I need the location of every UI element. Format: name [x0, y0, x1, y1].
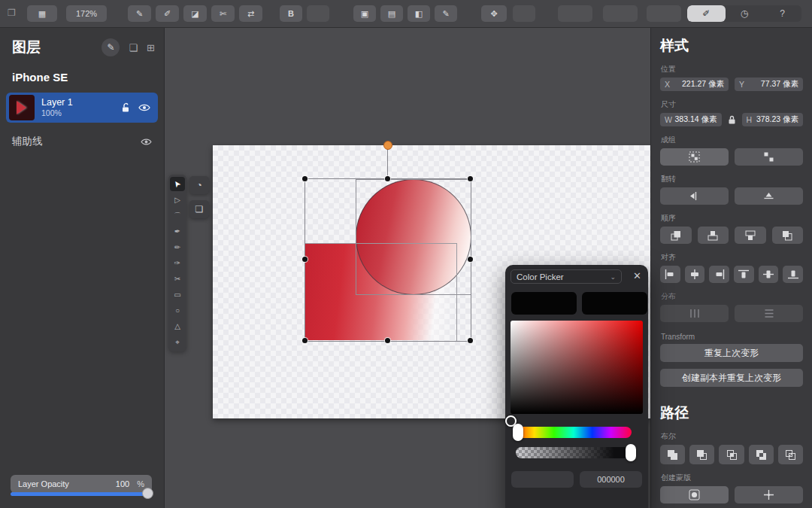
size-label: 尺寸	[661, 99, 802, 110]
pen-tool[interactable]: ✒	[170, 224, 185, 239]
group-button[interactable]	[660, 148, 729, 166]
window-icon[interactable]: ❐	[8, 8, 16, 18]
selection-handle-s[interactable]	[385, 338, 390, 343]
flip-horizontal-button[interactable]	[660, 187, 729, 205]
eraser-icon: ◪	[191, 9, 198, 19]
eraser-mode-button[interactable]: ◪	[183, 5, 207, 22]
release-mask-button[interactable]	[735, 486, 803, 503]
gallery-button[interactable]: ▦	[27, 5, 57, 22]
swap-style-button[interactable]: ◧	[408, 5, 430, 22]
alpha-handle[interactable]	[626, 444, 636, 461]
intersect-button[interactable]	[719, 445, 744, 464]
zoom-tool[interactable]: ⌖	[170, 335, 185, 349]
hue-slider[interactable]	[516, 427, 632, 438]
selection-handle-e[interactable]	[468, 257, 473, 262]
stroke-color-swatch[interactable]	[582, 292, 647, 315]
union-button[interactable]	[660, 445, 685, 464]
subtract-button[interactable]	[689, 445, 714, 464]
color-picker-mode-dropdown[interactable]: Color Picker ⌄	[511, 269, 622, 284]
align-left-button[interactable]	[660, 266, 680, 283]
lasso-tool[interactable]: ⌒	[170, 208, 185, 223]
ungroup-button[interactable]	[735, 148, 803, 166]
artboard-name[interactable]: iPhone SE	[12, 71, 152, 84]
divide-button[interactable]	[778, 445, 803, 464]
transform-mode-button[interactable]: ⇄	[239, 5, 262, 22]
height-field[interactable]: H378.23 像素	[742, 113, 804, 126]
stroke-style-button[interactable]: ▤	[380, 5, 403, 22]
layer-opacity-slider[interactable]: Layer Opacity 100 %	[11, 475, 152, 493]
bring-to-front-button[interactable]	[660, 227, 692, 244]
add-layer-button[interactable]: ⊞	[147, 42, 155, 53]
align-middle-v-button[interactable]	[759, 266, 779, 283]
selection-handle-sw[interactable]	[302, 338, 308, 343]
hex-value-field[interactable]: 000000	[580, 471, 642, 488]
layer-opacity-track[interactable]	[11, 492, 146, 496]
disabled-button-3[interactable]	[603, 5, 638, 22]
distribute-vertical-button[interactable]	[735, 305, 803, 322]
aspect-lock-icon[interactable]	[728, 115, 736, 125]
selection-handle-se[interactable]	[468, 338, 473, 343]
selection-handle-n[interactable]	[385, 176, 390, 181]
polygon-tool[interactable]: △	[170, 319, 185, 333]
lock-open-icon[interactable]	[121, 102, 130, 113]
pencil-tool[interactable]: ✏	[170, 240, 185, 254]
alpha-value-field[interactable]	[511, 471, 574, 488]
guides-visibility-icon[interactable]	[141, 138, 152, 146]
select-tool[interactable]: ➤	[170, 177, 185, 191]
repeat-transform-button[interactable]: 重复上次变形	[660, 344, 803, 362]
tab-help[interactable]: ?	[763, 5, 801, 22]
fill-style-button[interactable]: ▣	[353, 5, 376, 22]
text-style-button[interactable]	[307, 5, 329, 22]
selection-handle-nw[interactable]	[302, 176, 308, 181]
selection-handle-w[interactable]	[302, 257, 308, 262]
pencil-mode-button[interactable]: ✎	[128, 5, 151, 22]
exclude-button[interactable]	[749, 445, 774, 464]
width-field[interactable]: W383.14 像素	[660, 113, 722, 126]
selection-handle-ne[interactable]	[468, 176, 473, 181]
hue-handle[interactable]	[513, 424, 523, 441]
flip-vertical-button[interactable]	[735, 187, 803, 205]
ellipse-tool[interactable]: ○	[170, 303, 185, 318]
scissors-tool[interactable]: ✂	[170, 272, 185, 286]
bold-button[interactable]: B	[280, 5, 302, 22]
disabled-button-2[interactable]	[558, 5, 592, 22]
rect-tool[interactable]: ▭	[170, 287, 185, 302]
guides-row[interactable]: 辅助线	[12, 135, 152, 148]
move-tool-button[interactable]: ✥	[481, 5, 507, 22]
create-mask-button[interactable]	[660, 486, 729, 503]
zoom-level-button[interactable]: 172%	[66, 5, 107, 22]
shape-mode-button[interactable]: ✐	[156, 5, 179, 22]
edit-layers-button[interactable]: ✎	[102, 38, 120, 56]
layer-opacity-handle[interactable]	[142, 488, 153, 499]
duplicate-layer-button[interactable]: ❏	[129, 42, 138, 53]
send-to-back-icon	[782, 230, 792, 241]
brush-tool[interactable]: ✑	[170, 256, 185, 270]
align-right-button[interactable]	[709, 266, 729, 283]
align-bottom-button[interactable]	[783, 266, 803, 283]
align-center-h-button[interactable]	[685, 266, 705, 283]
y-position-field[interactable]: Y77.37 像素	[735, 78, 803, 91]
distribute-horizontal-button[interactable]	[660, 305, 729, 322]
send-to-back-button[interactable]	[772, 227, 804, 244]
rotation-handle[interactable]	[383, 141, 392, 150]
disabled-button-4[interactable]	[647, 5, 681, 22]
disabled-button-1[interactable]	[513, 5, 535, 22]
close-icon[interactable]: ✕	[633, 270, 641, 281]
tab-history[interactable]: ◷	[726, 5, 764, 22]
bring-forward-button[interactable]	[698, 227, 729, 244]
send-backward-button[interactable]	[735, 227, 766, 244]
artboard-settings-button[interactable]: ❏	[189, 200, 209, 218]
layer-visibility-icon[interactable]	[138, 103, 150, 112]
alpha-slider[interactable]	[516, 447, 632, 458]
layer-row[interactable]: Layer 1 100%	[6, 93, 158, 123]
x-position-field[interactable]: X221.27 像素	[660, 78, 729, 91]
duplicate-repeat-transform-button[interactable]: 创建副本并重复上次变形	[660, 369, 803, 387]
scissors-mode-button[interactable]: ✄	[211, 5, 235, 22]
fill-color-swatch[interactable]	[511, 292, 577, 315]
pattern-style-button[interactable]: ✎	[435, 5, 457, 22]
rotate-canvas-button[interactable]: ◔	[189, 176, 209, 194]
saturation-value-field[interactable]	[511, 321, 643, 414]
direct-select-tool[interactable]: ▷	[170, 193, 185, 207]
tab-appearance[interactable]: ✐	[687, 5, 726, 22]
align-top-button[interactable]	[734, 266, 754, 283]
